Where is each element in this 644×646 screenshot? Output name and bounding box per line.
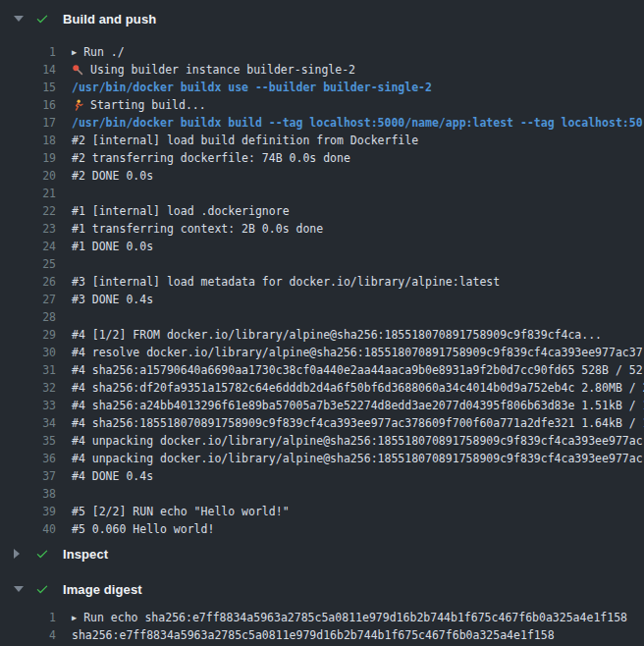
log-text-value: #2 [internal] load build definition from… <box>72 132 418 149</box>
log-line: 35#4 unpacking docker.io/library/alpine@… <box>0 432 644 450</box>
line-number[interactable]: 24 <box>0 238 56 255</box>
log-line: 16Starting build... <box>0 96 644 114</box>
chevron-down-icon[interactable] <box>14 586 24 592</box>
log-text-value: #4 sha256:df20fa9351a15782c64e6dddb2d4a6… <box>72 379 644 397</box>
runner-icon <box>72 99 83 111</box>
line-number[interactable]: 36 <box>0 450 56 467</box>
line-number[interactable]: 18 <box>0 132 56 149</box>
line-number[interactable]: 29 <box>0 326 56 344</box>
log-text: Starting build... <box>56 96 644 114</box>
log-text: ▶Run echo sha256:e7ff8834a5963a2785c5a08… <box>56 609 644 626</box>
log-text-value: /usr/bin/docker buildx use --builder bui… <box>72 79 432 96</box>
section-log-lines: 1▶Run echo sha256:e7ff8834a5963a2785c5a0… <box>0 601 644 644</box>
play-icon[interactable]: ▶ <box>72 609 77 626</box>
log-line: 28 <box>0 308 644 326</box>
pushpin-icon <box>72 64 83 76</box>
log-text: #4 DONE 0.4s <box>56 467 644 485</box>
line-number[interactable]: 32 <box>0 379 56 397</box>
line-number[interactable]: 37 <box>0 467 56 485</box>
log-command-text: /usr/bin/docker buildx build --tag local… <box>56 114 644 132</box>
line-number[interactable]: 39 <box>0 503 56 520</box>
chevron-down-icon <box>14 586 24 592</box>
line-number[interactable]: 27 <box>0 291 56 308</box>
line-number[interactable]: 1 <box>0 43 56 61</box>
line-number[interactable]: 4 <box>0 626 56 644</box>
log-line: 17/usr/bin/docker buildx build --tag loc… <box>0 114 644 132</box>
chevron-right-icon[interactable] <box>14 549 24 559</box>
log-text-value: #5 [2/2] RUN echo "Hello world!" <box>72 503 290 520</box>
log-line: 21 <box>0 185 644 202</box>
line-number[interactable]: 26 <box>0 273 56 291</box>
log-line: 15/usr/bin/docker buildx use --builder b… <box>0 79 644 96</box>
log-text: #2 [internal] load build definition from… <box>56 132 644 149</box>
log-text-value: #1 transferring context: 2B 0.0s done <box>72 220 323 238</box>
log-text: #1 [internal] load .dockerignore <box>56 202 644 220</box>
log-line: 33#4 sha256:a24bb4013296f61e89ba57005a7b… <box>0 397 644 414</box>
log-text: Using builder instance builder-single-2 <box>56 61 644 79</box>
line-number[interactable]: 21 <box>0 185 56 202</box>
log-section-inspect: Inspect <box>0 542 644 565</box>
log-text <box>56 255 644 273</box>
log-line: 1▶Run ./ <box>0 43 644 61</box>
log-text: ▶Run ./ <box>56 43 644 61</box>
line-number[interactable]: 31 <box>0 361 56 379</box>
log-line: 25 <box>0 255 644 273</box>
line-number[interactable]: 40 <box>0 520 56 538</box>
line-number[interactable]: 30 <box>0 344 56 361</box>
line-number[interactable]: 16 <box>0 96 56 114</box>
log-line: 1▶Run echo sha256:e7ff8834a5963a2785c5a0… <box>0 609 644 626</box>
line-number[interactable]: 1 <box>0 609 56 626</box>
log-line: 14Using builder instance builder-single-… <box>0 61 644 79</box>
log-text: #1 transferring context: 2B 0.0s done <box>56 220 644 238</box>
line-number[interactable]: 33 <box>0 397 56 414</box>
line-number[interactable]: 15 <box>0 79 56 96</box>
log-text-value: #1 [internal] load .dockerignore <box>72 202 290 220</box>
line-number[interactable]: 20 <box>0 167 56 185</box>
log-text: #2 transferring dockerfile: 74B 0.0s don… <box>56 149 644 167</box>
chevron-down-icon <box>14 16 24 22</box>
log-text-value: /usr/bin/docker buildx build --tag local… <box>72 114 643 132</box>
log-text-value: #2 DONE 0.0s <box>72 167 153 185</box>
log-line: 26#3 [internal] load metadata for docker… <box>0 273 644 291</box>
log-line: 18#2 [internal] load build definition fr… <box>0 132 644 149</box>
log-text: #4 resolve docker.io/library/alpine@sha2… <box>56 344 644 361</box>
line-number[interactable]: 23 <box>0 220 56 238</box>
line-number[interactable]: 22 <box>0 202 56 220</box>
line-number[interactable]: 28 <box>0 308 56 326</box>
log-text-value: sha256:e7ff8834a5963a2785c5a0811e979d16b… <box>72 626 555 644</box>
log-section-image-digest: Image digest1▶Run echo sha256:e7ff8834a5… <box>0 577 644 644</box>
log-line: 32#4 sha256:df20fa9351a15782c64e6dddb2d4… <box>0 379 644 397</box>
log-text-value: #3 DONE 0.4s <box>72 291 153 308</box>
log-line: 36#4 unpacking docker.io/library/alpine@… <box>0 450 644 467</box>
log-text-value: #4 sha256:185518070891758909c9f839cf4ca3… <box>72 414 644 432</box>
line-number[interactable]: 34 <box>0 414 56 432</box>
section-header-inspect[interactable]: Inspect <box>0 542 644 565</box>
log-text: #5 [2/2] RUN echo "Hello world!" <box>56 503 644 520</box>
log-text-value: #2 transferring dockerfile: 74B 0.0s don… <box>72 149 350 167</box>
log-section-build-and-push: Build and push1▶Run ./14Using builder in… <box>0 0 644 538</box>
line-number[interactable]: 35 <box>0 432 56 450</box>
log-line: 22#1 [internal] load .dockerignore <box>0 202 644 220</box>
play-icon[interactable]: ▶ <box>72 43 77 61</box>
workflow-log: Build and push1▶Run ./14Using builder in… <box>0 0 644 646</box>
chevron-right-icon <box>14 549 20 559</box>
log-line: 39#5 [2/2] RUN echo "Hello world!" <box>0 503 644 520</box>
section-header-image-digest[interactable]: Image digest <box>0 577 644 601</box>
section-title: Build and push <box>63 12 156 27</box>
line-number[interactable]: 38 <box>0 485 56 503</box>
log-text-value: Using builder instance builder-single-2 <box>90 61 355 79</box>
log-line: 29#4 [1/2] FROM docker.io/library/alpine… <box>0 326 644 344</box>
log-text: #4 unpacking docker.io/library/alpine@sh… <box>56 432 644 450</box>
check-icon <box>35 547 49 561</box>
line-number[interactable]: 17 <box>0 114 56 132</box>
log-text-value: #4 unpacking docker.io/library/alpine@sh… <box>72 432 643 450</box>
line-number[interactable]: 19 <box>0 149 56 167</box>
log-text-value: Run ./ <box>83 43 125 61</box>
log-text <box>56 308 644 326</box>
log-line: 40#5 0.060 Hello world! <box>0 520 644 538</box>
section-header-build-and-push[interactable]: Build and push <box>0 0 644 37</box>
line-number[interactable]: 14 <box>0 61 56 79</box>
log-text-value: Starting build... <box>90 96 206 114</box>
chevron-down-icon[interactable] <box>14 16 24 22</box>
line-number[interactable]: 25 <box>0 255 56 273</box>
